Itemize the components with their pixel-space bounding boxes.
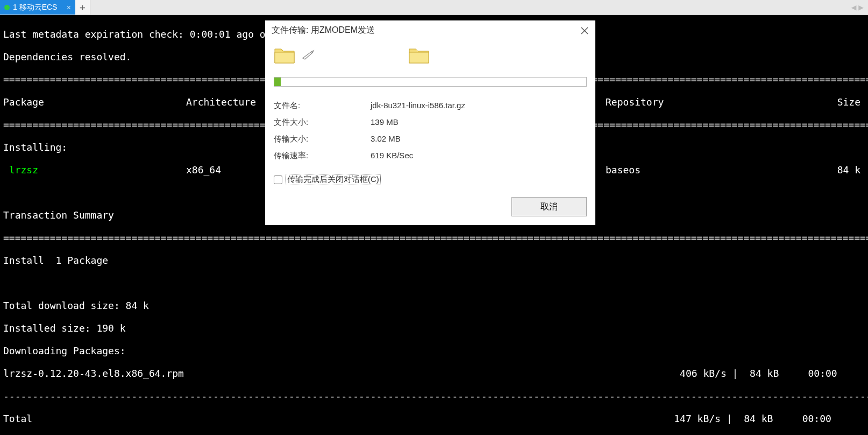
arrow-icon (302, 50, 315, 60)
progress-fill (274, 78, 281, 86)
terminal-line: Installed size: 190 k (3, 322, 865, 334)
progress-bar (274, 77, 587, 87)
file-transfer-dialog: 文件传输: 用ZMODEM发送 文件名:jdk-8u321-linux-i586… (265, 20, 595, 225)
file-name-label: 文件名: (274, 101, 371, 111)
tab-nav-arrows: ◀ ▶ (847, 0, 868, 15)
xfer-rate-value: 619 KB/Sec (371, 151, 413, 161)
blank-line (3, 277, 865, 289)
close-on-complete-label[interactable]: 传输完成后关闭对话框(C) (286, 174, 381, 185)
tab-active[interactable]: 1 移动云ECS × (0, 0, 75, 15)
close-on-complete-checkbox[interactable] (274, 176, 282, 184)
file-name-value: jdk-8u321-linux-i586.tar.gz (371, 101, 465, 111)
separator-line: ========================================… (3, 232, 865, 243)
folder-source-icon (274, 46, 295, 64)
file-size-value: 139 MB (371, 117, 399, 128)
dialog-title-text: 文件传输: 用ZMODEM发送 (272, 25, 375, 36)
dialog-titlebar: 文件传输: 用ZMODEM发送 (265, 20, 595, 40)
file-size-label: 文件大小: (274, 117, 371, 128)
tab-bar: 1 移动云ECS × + ◀ ▶ (0, 0, 868, 15)
tab-label: 1 移动云ECS (13, 3, 57, 12)
xfer-size-value: 3.02 MB (371, 134, 401, 144)
status-indicator-icon (4, 5, 10, 10)
folder-icons-row (274, 44, 587, 77)
close-tab-icon[interactable]: × (67, 3, 71, 12)
xfer-rate-label: 传输速率: (274, 151, 371, 161)
terminal-line: Downloading Packages: (3, 345, 865, 356)
separator-line: ----------------------------------------… (3, 390, 865, 402)
download-row: lrzsz-0.12.20-43.el8.x86_64.rpm406 kB/s … (3, 368, 865, 379)
terminal-line: Total download size: 84 k (3, 300, 865, 311)
close-icon[interactable] (580, 26, 589, 35)
nav-left-icon[interactable]: ◀ (851, 2, 857, 12)
transfer-info: 文件名:jdk-8u321-linux-i586.tar.gz 文件大小:139… (274, 97, 587, 164)
add-tab-button[interactable]: + (75, 0, 90, 15)
total-row: Total147 kB/s | 84 kB 00:00 (3, 413, 865, 424)
nav-right-icon[interactable]: ▶ (858, 2, 864, 12)
cancel-button[interactable]: 取消 (511, 197, 587, 216)
terminal-line: Install 1 Package (3, 255, 865, 266)
folder-dest-icon (408, 46, 430, 64)
xfer-size-label: 传输大小: (274, 134, 371, 144)
